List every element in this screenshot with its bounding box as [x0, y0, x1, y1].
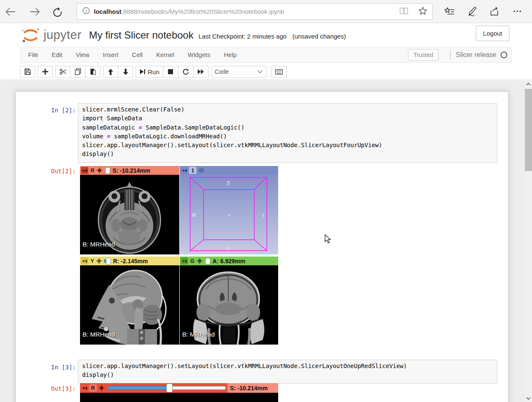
url-path: :8888/notebooks/My%20first%20Slicer%20no…	[121, 8, 284, 15]
save-button[interactable]	[20, 66, 35, 78]
red-slice-image[interactable]: B: MRHead	[80, 175, 179, 254]
yellow-view-letter: Y	[89, 258, 96, 264]
reading-view-icon[interactable]	[399, 7, 408, 16]
menu-kernel[interactable]: Kernel	[150, 47, 181, 62]
green-crosshair-button[interactable]	[196, 257, 203, 265]
share-button[interactable]	[483, 5, 506, 18]
threed-view-number: 1	[189, 167, 196, 174]
oneup-crosshair-button[interactable]	[98, 384, 105, 392]
pin-icon	[182, 169, 187, 173]
autosave-status: (unsaved changes)	[292, 30, 346, 40]
menu-widgets[interactable]: Widgets	[181, 47, 217, 62]
threed-spin-button[interactable]	[197, 167, 205, 174]
scissors-icon	[59, 68, 67, 75]
cut-cell-button[interactable]	[55, 66, 70, 78]
green-slice-image[interactable]: B: MRHead	[180, 265, 278, 345]
out3-prompt: Out[3]:	[16, 385, 76, 392]
browser-refresh-button[interactable]	[50, 5, 65, 18]
in3-code[interactable]: slicer.app.layoutManager().setLayout(sli…	[78, 360, 497, 383]
forward-arrow-icon	[29, 6, 40, 17]
copy-cell-button[interactable]	[70, 66, 85, 78]
pin-icon	[82, 169, 87, 173]
chevron-down-icon	[257, 70, 263, 73]
green-slice-view: G A: 6.929mm	[180, 257, 278, 345]
yellow-slice-image[interactable]: B: MRHead	[80, 265, 179, 345]
yellow-pin-button[interactable]	[81, 257, 88, 265]
oneup-slice-offset: S: -10.214mm	[230, 385, 268, 392]
run-button[interactable]: Run	[136, 66, 163, 78]
threed-scene[interactable]: S R I I A	[180, 175, 278, 254]
arrow-down-icon	[123, 69, 129, 75]
scroll-down-button[interactable]	[525, 395, 532, 402]
slider-filled-track[interactable]	[108, 386, 170, 390]
in2-code[interactable]: slicer.mrmlScene.Clear(False)import Samp…	[78, 104, 497, 162]
cell-type-dropdown[interactable]: Code	[211, 66, 266, 78]
scroll-up-button[interactable]	[525, 80, 532, 88]
threed-pin-button[interactable]	[181, 167, 188, 174]
keyboard-icon	[275, 69, 283, 75]
menubar: File Edit View Insert Cell Kernel Widget…	[20, 47, 512, 63]
svg-text:A: A	[228, 213, 230, 218]
red-slice-slider-handle[interactable]	[105, 167, 110, 174]
trusted-button[interactable]: Trusted	[408, 49, 439, 61]
restart-run-all-button[interactable]	[194, 66, 209, 78]
move-cell-down-button[interactable]	[118, 66, 133, 78]
threed-view-header: 1	[180, 166, 278, 175]
paste-cell-button[interactable]	[85, 66, 101, 78]
add-cell-button[interactable]	[38, 66, 53, 78]
command-palette-button[interactable]	[271, 66, 287, 78]
menu-file[interactable]: File	[21, 47, 45, 62]
jupyter-logo[interactable]: jupyter	[21, 27, 82, 43]
more-dots-icon	[512, 6, 523, 16]
sun-icon	[198, 167, 204, 174]
menu-view[interactable]: View	[69, 47, 96, 62]
green-slice-slider-handle[interactable]	[205, 258, 210, 265]
menu-edit[interactable]: Edit	[45, 47, 69, 62]
yellow-crosshair-button[interactable]	[96, 257, 103, 265]
favorites-hub-button[interactable]	[438, 5, 461, 18]
menu-cell[interactable]: Cell	[125, 47, 150, 62]
interrupt-kernel-button[interactable]	[163, 66, 178, 78]
oneup-pin-button[interactable]	[81, 384, 88, 392]
in3-code-cell[interactable]: slicer.app.layoutManager().setLayout(sli…	[78, 360, 497, 384]
page-scrollbar[interactable]	[525, 80, 532, 402]
browser-back-button[interactable]	[3, 5, 18, 18]
yellow-slice-header: Y R: -2.145mm	[80, 257, 179, 265]
jupyter-logo-icon	[21, 27, 40, 43]
red-pin-button[interactable]	[81, 167, 88, 174]
red-view-letter: R	[89, 167, 96, 174]
menu-insert[interactable]: Insert	[96, 47, 125, 62]
red-volume-label: B: MRHead	[83, 241, 115, 248]
red-crosshair-button[interactable]	[96, 167, 103, 174]
pin-icon	[82, 259, 87, 263]
in2-code-cell[interactable]: slicer.mrmlScene.Clear(False)import Samp…	[78, 103, 497, 163]
web-note-button[interactable]	[461, 5, 483, 18]
logout-button[interactable]: Logout	[476, 26, 509, 41]
yellow-slice-offset: R: -2.145mm	[113, 258, 148, 265]
site-info-icon[interactable]	[83, 7, 90, 16]
stop-icon	[168, 69, 173, 74]
yellow-slider-track[interactable]	[104, 259, 106, 263]
menu-help[interactable]: Help	[217, 47, 243, 62]
slider-handle[interactable]	[166, 384, 173, 392]
oneup-slice-slider[interactable]	[108, 383, 226, 393]
browser-forward-button[interactable]	[28, 5, 42, 18]
arrow-up-icon	[108, 69, 114, 75]
move-cell-up-button[interactable]	[103, 66, 118, 78]
scrollbar-thumb[interactable]	[525, 89, 532, 171]
ink-pen-icon	[467, 6, 478, 16]
oneup-slice-image[interactable]	[80, 393, 278, 402]
slider-empty-track[interactable]	[170, 386, 226, 390]
svg-text:I: I	[227, 245, 229, 251]
browser-more-button[interactable]	[506, 5, 529, 18]
restart-kernel-button[interactable]	[178, 66, 194, 78]
threed-view: 1	[180, 166, 278, 254]
address-bar[interactable]: localhost:8888/notebooks/My%20first%20Sl…	[77, 3, 433, 20]
favorite-star-icon[interactable]	[418, 6, 427, 17]
green-pin-button[interactable]	[181, 257, 188, 265]
yellow-slice-slider-handle[interactable]	[106, 258, 111, 265]
chevron-down-icon	[526, 397, 531, 400]
url-text: localhost:8888/notebooks/My%20first%20Sl…	[94, 8, 394, 15]
notebook-title[interactable]: My first Slicer notebook	[89, 29, 194, 41]
checkpoint-status: Last Checkpoint: 2 minutes ago	[199, 30, 287, 40]
